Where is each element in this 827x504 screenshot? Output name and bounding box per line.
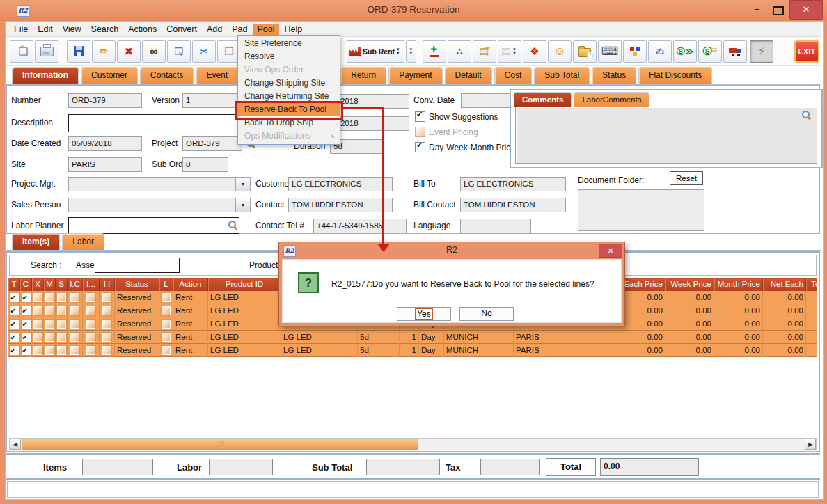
language-field[interactable]	[460, 219, 531, 233]
row-checkbox[interactable]	[57, 293, 66, 302]
menu-actions[interactable]: Actions	[124, 24, 161, 35]
contact-field[interactable]: TOM HIDDLESTON	[288, 198, 393, 212]
dwm-pricing-checkbox[interactable]	[415, 142, 425, 152]
row-checkbox[interactable]	[102, 320, 111, 329]
column-header[interactable]: S	[56, 278, 68, 291]
menu-help[interactable]: Help	[281, 24, 307, 35]
tab-customer[interactable]: Customer	[81, 67, 138, 84]
row-checkbox[interactable]	[102, 333, 111, 342]
column-header[interactable]: Action	[173, 278, 208, 291]
minimize-button[interactable]: –	[750, 3, 763, 15]
row-checkbox[interactable]	[70, 306, 79, 315]
scroll-right-button[interactable]: ▶	[805, 439, 816, 450]
row-checkbox[interactable]	[45, 293, 54, 302]
row-checkbox[interactable]	[33, 346, 42, 355]
dialog-close-button[interactable]: ✕	[599, 244, 622, 258]
column-header[interactable]: T	[8, 278, 20, 291]
menu-pad[interactable]: Pad	[228, 24, 251, 35]
column-header[interactable]: Product ID	[208, 278, 281, 291]
row-checkbox[interactable]	[102, 346, 111, 355]
pool-menu-item[interactable]: Resolve	[238, 50, 340, 63]
tab-return[interactable]: Return	[340, 67, 386, 84]
column-header[interactable]: Month Price	[714, 278, 763, 291]
tab-laborcomments[interactable]: LaborComments	[574, 92, 649, 107]
truck-button[interactable]	[723, 40, 747, 63]
document-edit-button[interactable]: ✍	[648, 40, 672, 63]
edit-button[interactable]: ✏	[92, 40, 116, 63]
menu-convert[interactable]: Convert	[162, 24, 201, 35]
row-checkbox[interactable]	[86, 306, 95, 315]
tab-labor[interactable]: Labor	[62, 233, 104, 250]
row-checkbox[interactable]	[10, 306, 19, 315]
column-header[interactable]: M	[44, 278, 56, 291]
row-checkbox[interactable]	[162, 346, 171, 355]
delete-button[interactable]: ✖	[117, 40, 141, 63]
column-header[interactable]: Net Each	[763, 278, 806, 291]
row-checkbox[interactable]	[70, 320, 79, 329]
project-mgr-dropdown-button[interactable]: ▼	[235, 177, 251, 191]
column-header[interactable]: X	[32, 278, 44, 291]
row-checkbox[interactable]	[57, 346, 66, 355]
horizontal-scrollbar[interactable]: ◀ ▶	[9, 438, 817, 450]
sub-rent-more-button[interactable]: ▾▾	[406, 40, 416, 63]
column-header[interactable]: I.C	[68, 278, 83, 291]
sites-button[interactable]: ❖	[523, 40, 546, 63]
row-checkbox[interactable]	[22, 293, 31, 302]
row-checkbox[interactable]	[22, 346, 31, 355]
table-row[interactable]: ReservedRentLG LEDLG LED5d1DayMUNICHPARI…	[8, 344, 817, 357]
row-checkbox[interactable]	[33, 293, 42, 302]
row-checkbox[interactable]	[10, 293, 19, 302]
row-checkbox[interactable]	[86, 293, 95, 302]
row-checkbox[interactable]	[162, 320, 171, 329]
customer-field[interactable]: LG ELECTRONICS	[288, 177, 393, 191]
show-suggestions-checkbox[interactable]	[415, 111, 425, 122]
tab-default[interactable]: Default	[445, 67, 492, 84]
comments-zoom-icon[interactable]	[802, 111, 811, 120]
cubes-button[interactable]	[623, 40, 647, 63]
tab-flat-discounts[interactable]: Flat Discounts	[638, 67, 712, 84]
row-checkbox[interactable]	[33, 320, 42, 329]
options-button[interactable]: ∴	[448, 40, 471, 63]
tab-comments[interactable]: Comments	[514, 92, 572, 107]
money-notes-button[interactable]: Ⓢ	[698, 40, 722, 63]
row-checkbox[interactable]	[57, 306, 66, 315]
menu-file[interactable]: File	[10, 24, 32, 35]
row-checkbox[interactable]	[102, 293, 111, 302]
row-checkbox[interactable]	[86, 346, 95, 355]
row-checkbox[interactable]	[45, 346, 54, 355]
tab-event[interactable]: Event	[196, 67, 238, 84]
column-header[interactable]: Week Price	[665, 278, 714, 291]
pool-menu-item[interactable]: Site Preference	[238, 37, 340, 50]
cut-button[interactable]: ✂	[192, 40, 216, 63]
row-checkbox[interactable]	[70, 293, 79, 302]
lightning-button[interactable]: ⚡	[750, 40, 773, 63]
row-checkbox[interactable]	[102, 306, 111, 315]
row-checkbox[interactable]	[57, 333, 66, 342]
document-folder-box[interactable]	[578, 189, 704, 231]
labor-planner-input[interactable]	[68, 217, 239, 234]
sub-rent-button[interactable]: Sub Rent▾▾	[347, 40, 404, 63]
sales-person-dropdown-button[interactable]: ▼	[235, 198, 251, 212]
row-checkbox[interactable]	[45, 320, 54, 329]
row-checkbox[interactable]	[162, 293, 171, 302]
paste-special-button[interactable]: ❒	[167, 40, 191, 63]
no-button[interactable]: No	[459, 307, 514, 321]
notes-disabled-button[interactable]: ▤▾▾	[498, 40, 521, 63]
bill-contact-field[interactable]: TOM HIDDLESTON	[460, 198, 566, 212]
table-row[interactable]: ReservedRentLG LEDLG LED5d1DayMUNICHPARI…	[8, 331, 817, 344]
row-checkbox[interactable]	[45, 333, 54, 342]
menu-add[interactable]: Add	[203, 24, 226, 35]
new-document-button[interactable]: ❏	[10, 40, 33, 63]
row-checkbox[interactable]	[86, 320, 95, 329]
row-checkbox[interactable]	[57, 320, 66, 329]
tab-cost[interactable]: Cost	[494, 67, 533, 84]
reset-button[interactable]: Reset	[670, 171, 703, 185]
tab-information[interactable]: Information	[12, 67, 79, 84]
tab-contacts[interactable]: Contacts	[140, 67, 194, 84]
keyboard-button[interactable]: ⌨	[598, 40, 622, 63]
save-button[interactable]	[67, 40, 90, 63]
column-header[interactable]: I.I	[100, 278, 115, 291]
tab-sub-total[interactable]: Sub Total	[534, 67, 590, 84]
menu-search[interactable]: Search	[87, 24, 123, 35]
find-button[interactable]: ∞	[142, 40, 166, 63]
